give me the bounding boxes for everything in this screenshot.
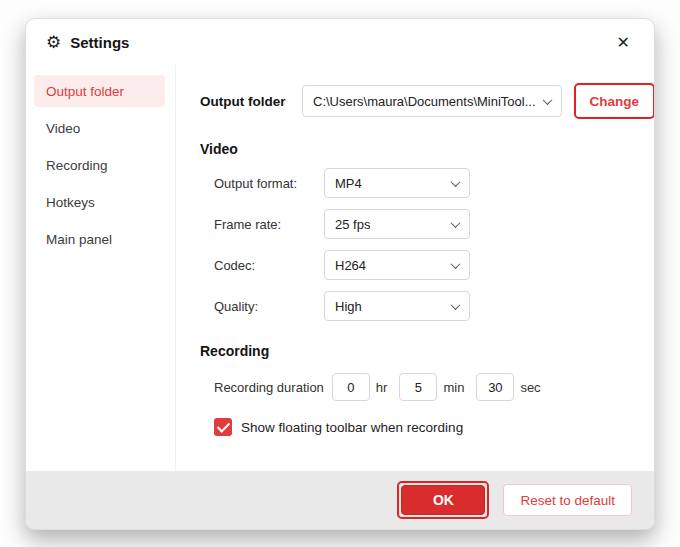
- sidebar-item-label: Video: [46, 121, 80, 136]
- sidebar-item-output-folder[interactable]: Output folder: [34, 75, 165, 107]
- codec-value: H264: [335, 258, 366, 273]
- floating-toolbar-label: Show floating toolbar when recording: [241, 420, 463, 435]
- output-folder-path: C:\Users\maura\Documents\MiniTool...: [313, 94, 536, 109]
- output-format-select[interactable]: MP4: [324, 168, 470, 198]
- output-format-label: Output format:: [214, 176, 324, 191]
- quality-row: Quality: High: [214, 291, 630, 321]
- window-title: Settings: [70, 34, 129, 51]
- sidebar-item-hotkeys[interactable]: Hotkeys: [34, 186, 165, 218]
- title-bar: ⚙ Settings ✕: [26, 19, 654, 65]
- frame-rate-select[interactable]: 25 fps: [324, 209, 470, 239]
- chevron-down-icon: [451, 259, 461, 269]
- sidebar-item-video[interactable]: Video: [34, 112, 165, 144]
- chevron-down-icon: [542, 95, 552, 105]
- codec-select[interactable]: H264: [324, 250, 470, 280]
- sidebar-item-recording[interactable]: Recording: [34, 149, 165, 181]
- settings-dialog: ⚙ Settings ✕ Output folder Video Recordi…: [25, 18, 655, 530]
- output-format-row: Output format: MP4: [214, 168, 630, 198]
- frame-rate-row: Frame rate: 25 fps: [214, 209, 630, 239]
- main-area: Output folder Video Recording Hotkeys Ma…: [26, 65, 654, 471]
- frame-rate-label: Frame rate:: [214, 217, 324, 232]
- reset-to-default-button[interactable]: Reset to default: [503, 484, 632, 516]
- settings-content: Output folder C:\Users\maura\Documents\M…: [176, 65, 654, 471]
- seconds-unit-label: sec: [520, 380, 540, 395]
- sidebar-item-label: Main panel: [46, 232, 112, 247]
- quality-value: High: [335, 299, 362, 314]
- sidebar-item-label: Output folder: [46, 84, 124, 99]
- recording-duration-label: Recording duration: [214, 380, 324, 395]
- quality-select[interactable]: High: [324, 291, 470, 321]
- sidebar-item-main-panel[interactable]: Main panel: [34, 223, 165, 255]
- hours-input[interactable]: [332, 373, 370, 401]
- frame-rate-value: 25 fps: [335, 217, 370, 232]
- minutes-input[interactable]: [399, 373, 437, 401]
- sidebar-item-label: Hotkeys: [46, 195, 95, 210]
- floating-toolbar-checkbox[interactable]: [214, 418, 232, 436]
- change-button[interactable]: Change: [578, 87, 652, 115]
- chevron-down-icon: [451, 218, 461, 228]
- quality-label: Quality:: [214, 299, 324, 314]
- ok-button-highlight: OK: [397, 481, 489, 519]
- minutes-unit-label: min: [443, 380, 464, 395]
- sidebar-item-label: Recording: [46, 158, 108, 173]
- recording-section-heading: Recording: [200, 343, 630, 359]
- floating-toolbar-row: Show floating toolbar when recording: [214, 418, 630, 436]
- output-folder-row: Output folder C:\Users\maura\Documents\M…: [200, 83, 630, 119]
- sidebar: Output folder Video Recording Hotkeys Ma…: [26, 65, 176, 471]
- close-icon[interactable]: ✕: [613, 31, 634, 54]
- output-folder-label: Output folder: [200, 94, 296, 109]
- chevron-down-icon: [451, 177, 461, 187]
- footer-bar: OK Reset to default: [26, 471, 654, 529]
- seconds-input[interactable]: [476, 373, 514, 401]
- gear-icon: ⚙: [46, 34, 61, 51]
- codec-row: Codec: H264: [214, 250, 630, 280]
- hours-unit-label: hr: [376, 380, 388, 395]
- output-folder-select[interactable]: C:\Users\maura\Documents\MiniTool...: [302, 85, 562, 117]
- ok-button[interactable]: OK: [401, 485, 485, 515]
- output-format-value: MP4: [335, 176, 362, 191]
- recording-duration-row: Recording duration hr min sec: [214, 373, 630, 401]
- change-button-highlight: Change: [574, 83, 654, 119]
- codec-label: Codec:: [214, 258, 324, 273]
- chevron-down-icon: [451, 300, 461, 310]
- video-section-heading: Video: [200, 141, 630, 157]
